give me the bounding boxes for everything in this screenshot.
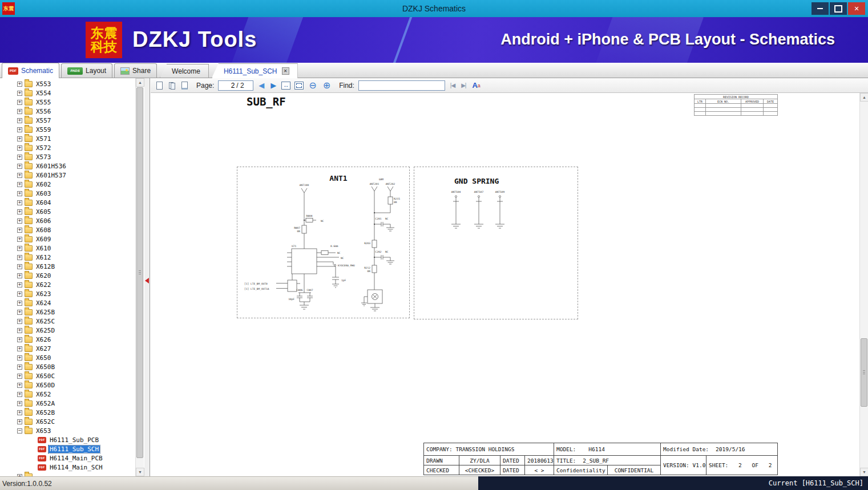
tree-folder-row[interactable]: X571 bbox=[0, 134, 135, 143]
find-input[interactable] bbox=[358, 80, 445, 91]
expand-icon[interactable] bbox=[17, 410, 22, 415]
maximize-button[interactable] bbox=[830, 2, 847, 15]
doc-tab-current[interactable]: H6111_Sub_SCH bbox=[212, 63, 298, 78]
tree-folder-row-expanded[interactable]: X653 bbox=[0, 426, 135, 435]
tree-file-row[interactable]: H6111_Sub_SCH bbox=[0, 444, 135, 453]
sidebar-collapse-icon[interactable] bbox=[145, 278, 149, 284]
tree-folder-row-partial[interactable] bbox=[0, 472, 135, 476]
expand-icon[interactable] bbox=[17, 392, 22, 397]
tree-folder-row[interactable]: X625D bbox=[0, 326, 135, 335]
tree-folder-row[interactable]: X624 bbox=[0, 298, 135, 307]
sidebar-scrollbar-thumb[interactable] bbox=[136, 87, 143, 458]
expand-icon[interactable] bbox=[17, 273, 22, 278]
tree-folder-row[interactable]: X553 bbox=[0, 79, 135, 88]
pdf-scrollbar-thumb[interactable] bbox=[861, 338, 867, 407]
previous-page-button[interactable] bbox=[257, 80, 265, 91]
expand-icon[interactable] bbox=[17, 419, 22, 424]
expand-icon[interactable] bbox=[17, 228, 22, 233]
expand-icon[interactable] bbox=[17, 365, 22, 370]
facing-pages-icon[interactable] bbox=[168, 80, 176, 91]
expand-icon[interactable] bbox=[17, 237, 22, 242]
tab-layout[interactable]: Layout bbox=[61, 63, 112, 78]
expand-icon[interactable] bbox=[17, 264, 22, 269]
expand-icon[interactable] bbox=[17, 246, 22, 251]
tree-folder-row[interactable]: X572 bbox=[0, 143, 135, 152]
expand-icon[interactable] bbox=[17, 383, 22, 388]
tree-folder-row[interactable]: X625B bbox=[0, 307, 135, 317]
tree-folder-row[interactable]: X652B bbox=[0, 408, 135, 417]
expand-icon[interactable] bbox=[17, 346, 22, 351]
tree-folder-row[interactable]: X652C bbox=[0, 417, 135, 426]
tree-folder-row[interactable]: X556 bbox=[0, 107, 135, 116]
tree-folder-row[interactable]: X609 bbox=[0, 234, 135, 244]
close-tab-icon[interactable] bbox=[282, 67, 289, 75]
expand-icon[interactable] bbox=[17, 328, 22, 333]
expand-icon[interactable] bbox=[17, 127, 22, 132]
tree-file-row[interactable]: H6114_Main_PCB bbox=[0, 453, 135, 463]
tree-folder-row[interactable]: X573 bbox=[0, 152, 135, 161]
expand-icon[interactable] bbox=[17, 109, 22, 114]
tree-folder-row[interactable]: X608 bbox=[0, 225, 135, 234]
tree-folder-row[interactable]: X606 bbox=[0, 216, 135, 225]
expand-icon[interactable] bbox=[17, 218, 22, 224]
tree-file-row[interactable]: H6111_Sub_PCB bbox=[0, 435, 135, 444]
expand-icon[interactable] bbox=[17, 100, 22, 105]
find-previous-button[interactable] bbox=[449, 80, 456, 91]
scroll-down-icon[interactable] bbox=[860, 468, 868, 476]
expand-icon[interactable] bbox=[17, 374, 22, 379]
tree-folder-row[interactable]: X603 bbox=[0, 189, 135, 198]
tab-share[interactable]: Share bbox=[114, 63, 157, 78]
tree-folder-row[interactable]: X650D bbox=[0, 380, 135, 390]
expand-icon[interactable] bbox=[17, 200, 22, 205]
tree-folder-row[interactable]: X557 bbox=[0, 116, 135, 125]
tab-schematic[interactable]: Schematic bbox=[2, 63, 59, 78]
font-size-button[interactable] bbox=[471, 80, 481, 91]
expand-icon[interactable] bbox=[17, 191, 22, 196]
zoom-in-button[interactable] bbox=[322, 80, 332, 91]
tree-folder-row[interactable]: X612 bbox=[0, 253, 135, 262]
close-button[interactable] bbox=[848, 2, 865, 15]
tree-folder-row[interactable]: X601H537 bbox=[0, 171, 135, 180]
tree-folder-row[interactable]: X612B bbox=[0, 262, 135, 271]
expand-icon[interactable] bbox=[17, 401, 22, 406]
expand-icon[interactable] bbox=[17, 319, 22, 324]
next-page-button[interactable] bbox=[269, 80, 277, 91]
expand-icon[interactable] bbox=[17, 355, 22, 361]
tree-folder-row[interactable]: X652 bbox=[0, 390, 135, 399]
page-number-input[interactable] bbox=[221, 82, 235, 90]
scroll-down-icon[interactable] bbox=[136, 468, 144, 476]
fit-page-button[interactable] bbox=[294, 82, 304, 90]
expand-icon[interactable] bbox=[17, 337, 22, 342]
expand-icon[interactable] bbox=[17, 118, 22, 123]
tree-folder-row[interactable]: X650B bbox=[0, 362, 135, 371]
expand-icon[interactable] bbox=[17, 82, 22, 87]
sidebar-splitter[interactable] bbox=[144, 78, 150, 476]
expand-icon[interactable] bbox=[17, 136, 22, 141]
expand-icon[interactable] bbox=[17, 164, 22, 169]
expand-icon[interactable] bbox=[17, 255, 22, 260]
expand-icon[interactable] bbox=[17, 182, 22, 187]
tree-folder-row[interactable]: X625C bbox=[0, 317, 135, 326]
tree-folder-row[interactable]: X652A bbox=[0, 399, 135, 408]
tree-folder-row[interactable]: X650 bbox=[0, 353, 135, 362]
doc-tab-welcome[interactable]: Welcome bbox=[160, 64, 209, 78]
tree-file-row[interactable]: H6114_Main_SCH bbox=[0, 463, 135, 472]
tree-folder-row[interactable]: X610 bbox=[0, 244, 135, 253]
scroll-up-icon[interactable] bbox=[860, 93, 868, 102]
tree-folder-row[interactable]: X554 bbox=[0, 88, 135, 98]
tree-folder-row[interactable]: X627 bbox=[0, 344, 135, 353]
expand-icon[interactable] bbox=[17, 91, 22, 96]
tree-folder-row[interactable]: X602 bbox=[0, 180, 135, 189]
tree-folder-row[interactable]: X626 bbox=[0, 335, 135, 344]
tree-folder-row[interactable]: X604 bbox=[0, 198, 135, 207]
tree-folder-row[interactable]: X623 bbox=[0, 289, 135, 298]
tree-folder-row[interactable]: X605 bbox=[0, 207, 135, 216]
expand-icon[interactable] bbox=[17, 301, 22, 306]
continuous-pages-icon[interactable] bbox=[180, 80, 189, 91]
scroll-up-icon[interactable] bbox=[136, 78, 144, 87]
tree-folder-row[interactable]: X555 bbox=[0, 98, 135, 107]
expand-icon[interactable] bbox=[17, 173, 22, 178]
fit-width-button[interactable] bbox=[281, 82, 290, 90]
tree-folder-row[interactable]: X601H536 bbox=[0, 161, 135, 171]
expand-icon[interactable] bbox=[17, 145, 22, 151]
